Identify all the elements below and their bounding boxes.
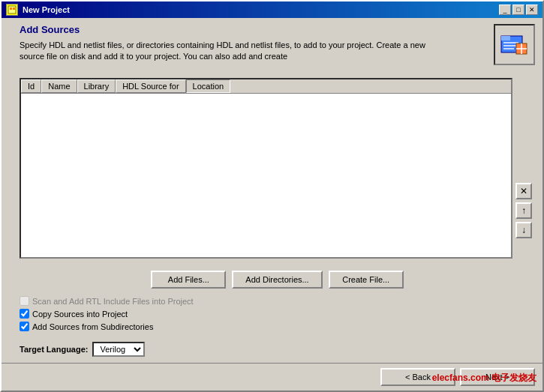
col-name[interactable]: Name (41, 79, 77, 93)
top-section: Add Sources Specify HDL and netlist file… (20, 24, 535, 70)
target-language-row: Target Language: Verilog VHDL (20, 342, 535, 357)
col-library[interactable]: Library (77, 79, 116, 93)
grid-header: Id Name Library HDL Source for Location (21, 79, 511, 94)
copy-sources-checkbox[interactable] (20, 309, 29, 319)
main-content: Add Sources Specify HDL and netlist file… (12, 18, 542, 363)
col-hdl-source-for[interactable]: HDL Source for (116, 79, 185, 93)
add-subdirs-checkbox[interactable] (20, 322, 29, 331)
window-title: New Project (23, 5, 70, 14)
scan-rtl-checkbox[interactable] (20, 296, 29, 306)
maximize-button[interactable]: □ (512, 4, 524, 15)
checkboxes-section: Scan and Add RTL Include Files into Proj… (20, 296, 535, 334)
add-subdirs-label: Add Sources from Subdirectories (32, 322, 153, 331)
delete-row-button[interactable]: ✕ (515, 183, 532, 199)
create-file-button[interactable]: Create File... (329, 271, 404, 289)
title-bar: New Project _ □ ✕ (2, 1, 542, 18)
action-buttons-row: Add Files... Add Directories... Create F… (20, 271, 535, 289)
right-sidebar: ✕ ↑ ↓ (512, 78, 535, 265)
copy-sources-label: Copy Sources into Project (32, 310, 128, 319)
target-language-label: Target Language: (20, 345, 88, 354)
add-subdirs-row: Add Sources from Subdirectories (20, 322, 535, 331)
header-icon (494, 24, 535, 65)
scan-rtl-label: Scan and Add RTL Include Files into Proj… (32, 297, 194, 306)
grid-body (21, 94, 511, 257)
col-location[interactable]: Location (186, 79, 231, 93)
svg-rect-7 (503, 48, 514, 49)
title-buttons: _ □ ✕ (499, 4, 538, 15)
main-window: New Project _ □ ✕ Add Sources Specify HD… (0, 0, 544, 392)
section-title: Add Sources (20, 24, 486, 35)
col-id[interactable]: Id (21, 79, 41, 93)
grid-area: Id Name Library HDL Source for Location … (20, 78, 535, 265)
description-text: Specify HDL and netlist files, or direct… (20, 40, 486, 63)
move-up-button[interactable]: ↑ (515, 202, 532, 219)
watermark: elecfans.com 电子发烧友 (432, 372, 536, 385)
add-files-button[interactable]: Add Files... (151, 271, 226, 289)
window-icon (6, 4, 18, 16)
close-button[interactable]: ✕ (526, 4, 538, 15)
copy-sources-row: Copy Sources into Project (20, 309, 535, 319)
svg-rect-4 (501, 36, 510, 40)
left-sidebar (2, 18, 12, 363)
target-language-select[interactable]: Verilog VHDL (92, 342, 145, 357)
svg-rect-1 (10, 7, 12, 10)
file-grid: Id Name Library HDL Source for Location (20, 78, 512, 259)
top-text: Add Sources Specify HDL and netlist file… (20, 24, 486, 70)
svg-rect-2 (13, 7, 15, 10)
add-directories-button[interactable]: Add Directories... (232, 271, 322, 289)
minimize-button[interactable]: _ (499, 4, 511, 15)
move-down-button[interactable]: ↓ (515, 222, 532, 238)
title-bar-left: New Project (6, 4, 70, 16)
scan-rtl-row: Scan and Add RTL Include Files into Proj… (20, 296, 535, 306)
content-area: Add Sources Specify HDL and netlist file… (2, 18, 542, 363)
